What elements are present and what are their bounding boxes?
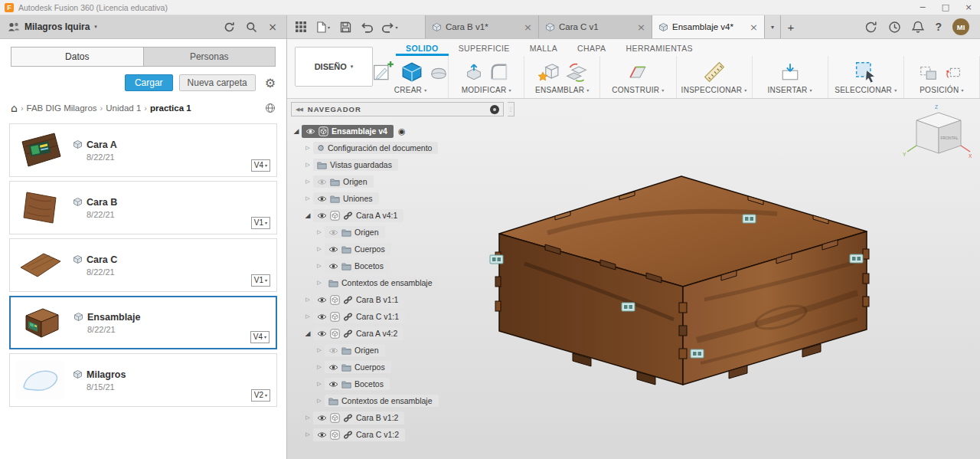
workspace-dropdown[interactable]: DISEÑO ▾	[295, 47, 373, 87]
expand-collapsed-icon[interactable]: ▷	[302, 313, 313, 320]
form-shape-tool-icon[interactable]	[429, 62, 449, 82]
refresh-icon[interactable]	[224, 21, 235, 33]
tree-item-label[interactable]: Origen	[354, 346, 379, 355]
display-toggle-icon[interactable]	[490, 105, 499, 114]
eye-icon[interactable]	[328, 364, 338, 371]
tree-row[interactable]: ◢Ensamblaje v4◉	[291, 123, 521, 139]
tree-row[interactable]: ▷Origen	[291, 343, 521, 358]
tree-item-label[interactable]: Cuerpos	[354, 244, 385, 254]
expand-open-icon[interactable]: ◢	[302, 211, 313, 219]
tree-row[interactable]: ▷Uniones	[291, 191, 521, 206]
close-panel-icon[interactable]: ×	[268, 21, 277, 32]
breadcrumb-item[interactable]: practica 1	[150, 103, 191, 113]
tree-row[interactable]: ▷Bocetos	[291, 376, 521, 392]
user-dropdown[interactable]: Milagros Iquira	[24, 21, 90, 32]
home-icon[interactable]: ⌂	[11, 102, 18, 114]
expand-collapsed-icon[interactable]: ▷	[314, 280, 325, 286]
item-version-dropdown[interactable]: V2 ▾	[251, 389, 270, 402]
breadcrumb-item[interactable]: FAB DIG Milagros	[27, 103, 97, 113]
document-tab[interactable]: Cara C v1×	[538, 15, 652, 38]
panel-grip-handle[interactable]: ⋮	[508, 102, 514, 116]
expand-collapsed-icon[interactable]: ▷	[302, 179, 313, 185]
tree-item-label[interactable]: Cuerpos	[354, 362, 385, 372]
new-component-tool-icon[interactable]	[537, 61, 560, 84]
tree-item-label[interactable]: Contextos de ensamblaje	[341, 278, 433, 287]
expand-collapsed-icon[interactable]: ▷	[302, 162, 313, 168]
ribbon-group-dropdown[interactable]: MODIFICAR▾	[462, 86, 511, 94]
tree-row[interactable]: ▷Cuerpos	[291, 241, 521, 257]
minimize-button[interactable]: −	[911, 0, 934, 15]
ribbon-group-dropdown[interactable]: SELECCIONAR▾	[835, 86, 897, 94]
save-icon[interactable]	[336, 18, 354, 36]
data-item-card[interactable]: Cara C8/22/21V1 ▾	[9, 238, 277, 292]
activate-component-radio[interactable]: ◉	[398, 126, 406, 136]
ribbon-group-dropdown[interactable]: INSERTAR▾	[768, 86, 812, 94]
expand-collapsed-icon[interactable]: ▷	[302, 431, 313, 438]
solid-box-tool-icon[interactable]	[400, 61, 423, 84]
breadcrumb-item[interactable]: Unidad 1	[106, 103, 141, 113]
tab-list-chevron-icon[interactable]: ▾	[765, 15, 781, 38]
tree-row[interactable]: ▷Cara B v1:2	[291, 410, 521, 425]
tree-row[interactable]: ▷Cara C v1:1	[291, 309, 521, 324]
maximize-button[interactable]: □	[934, 0, 957, 15]
data-panel-tab-datos[interactable]: Datos	[11, 47, 144, 67]
tree-row[interactable]: ◢Cara A v4:1	[291, 208, 521, 223]
data-item-card[interactable]: Ensamblaje8/22/21V4 ▾	[9, 296, 277, 349]
tree-item-label[interactable]: Cara C v1:1	[356, 312, 399, 321]
tree-item-label[interactable]: Bocetos	[354, 379, 384, 389]
tree-item-label[interactable]: Cara C v1:2	[356, 430, 399, 439]
item-version-dropdown[interactable]: V4 ▾	[250, 331, 270, 343]
expand-collapsed-icon[interactable]: ▷	[314, 263, 325, 269]
ribbon-tab-solido[interactable]: SOLIDO	[396, 44, 449, 56]
insert-tool-icon[interactable]	[780, 62, 800, 82]
new-folder-button[interactable]: Nueva carpeta	[179, 74, 256, 91]
file-menu-icon[interactable]: ▾	[314, 18, 332, 36]
tree-item-label[interactable]: Cara B v1:1	[356, 295, 398, 304]
eye-icon[interactable]	[317, 330, 327, 337]
item-version-dropdown[interactable]: V4 ▾	[251, 159, 270, 172]
tree-item-label[interactable]: Cara B v1:2	[356, 413, 398, 422]
data-item-card[interactable]: Milagros8/15/21V2 ▾	[9, 353, 277, 407]
tab-close-icon[interactable]: ×	[750, 21, 758, 33]
plane-construct-tool-icon[interactable]	[628, 62, 648, 82]
expand-collapsed-icon[interactable]: ▷	[302, 145, 313, 151]
undo-icon[interactable]	[358, 18, 377, 36]
globe-icon[interactable]	[265, 103, 276, 113]
help-icon[interactable]: ?	[935, 21, 942, 32]
item-version-dropdown[interactable]: V1 ▾	[251, 217, 270, 229]
tree-row[interactable]: ▷Origen	[291, 174, 521, 189]
ribbon-group-dropdown[interactable]: POSICIÓN▾	[920, 86, 964, 94]
ribbon-group-dropdown[interactable]: CONSTRUIR▾	[612, 86, 664, 94]
app-grid-icon[interactable]	[292, 18, 310, 36]
sketch-create-tool-icon[interactable]	[373, 61, 395, 84]
tree-item-label[interactable]: Configuración del documento	[328, 143, 433, 152]
document-tab[interactable]: Ensamblaje v4*×	[652, 15, 765, 38]
eye-icon[interactable]	[305, 128, 315, 135]
tree-item-label[interactable]: Uniones	[343, 194, 373, 203]
expand-collapsed-icon[interactable]: ▷	[314, 398, 325, 404]
tree-row[interactable]: ▷Bocetos	[291, 258, 521, 274]
navigator-header[interactable]: ◀◀ NAVEGADOR	[291, 102, 504, 116]
eye-icon[interactable]	[317, 313, 327, 320]
expand-collapsed-icon[interactable]: ▷	[314, 381, 325, 387]
tree-row[interactable]: ▷Cara B v1:1	[291, 292, 521, 307]
ribbon-tab-superficie[interactable]: SUPERFICIE	[449, 44, 520, 56]
tree-row[interactable]: ▷Vistas guardadas	[291, 157, 521, 172]
eye-icon[interactable]	[317, 297, 327, 303]
fillet-tool-icon[interactable]	[489, 62, 509, 82]
tree-row[interactable]: ▷Cara C v1:2	[291, 427, 521, 442]
settings-gear-icon[interactable]: ⚙	[265, 76, 276, 90]
eye-icon[interactable]	[317, 195, 327, 202]
user-avatar[interactable]: MI	[952, 18, 969, 35]
press-pull-tool-icon[interactable]	[464, 62, 484, 82]
notifications-bell-icon[interactable]	[912, 21, 924, 34]
collapse-panel-icon[interactable]: ◀◀	[296, 107, 302, 113]
search-icon[interactable]	[246, 21, 257, 33]
expand-open-icon[interactable]: ◢	[291, 127, 302, 135]
viewport[interactable]: FRONTAL Y X Z ◀◀ NAVEGADOR ⋮ ◢Ensamblaje…	[287, 99, 980, 459]
redo-icon[interactable]: ▾	[381, 18, 399, 36]
tab-close-icon[interactable]: ×	[637, 21, 645, 33]
eye-dim-icon[interactable]	[317, 179, 327, 185]
joint-tool-icon[interactable]	[565, 61, 588, 84]
tree-row[interactable]: ▷Contextos de ensamblaje	[291, 275, 521, 290]
